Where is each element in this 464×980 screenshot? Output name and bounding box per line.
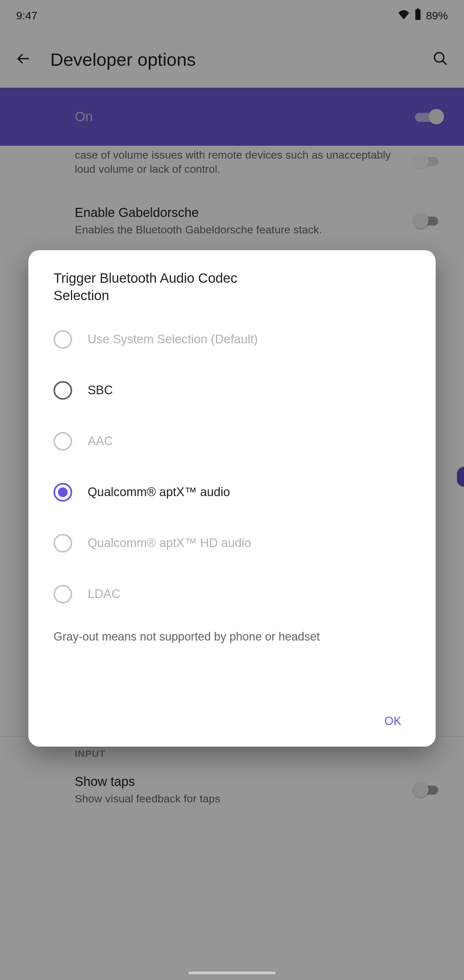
codec-option-label: LDAC xyxy=(87,587,120,601)
radio-icon xyxy=(54,381,72,400)
radio-icon xyxy=(54,330,72,349)
radio-icon xyxy=(54,432,72,451)
dialog-title: Trigger Bluetooth Audio Codec Selection xyxy=(29,269,280,314)
dialog-note: Gray-out means not supported by phone or… xyxy=(29,620,435,647)
codec-option-aac[interactable]: AAC xyxy=(29,416,435,467)
codec-option-aptx[interactable]: Qualcomm® aptX™ audio xyxy=(29,467,435,518)
codec-option-ldac[interactable]: LDAC xyxy=(29,569,435,620)
codec-option-sbc[interactable]: SBC xyxy=(29,365,435,416)
radio-icon xyxy=(54,585,72,603)
codec-option-label: Use System Selection (Default) xyxy=(87,332,258,346)
codec-option-label: Qualcomm® aptX™ HD audio xyxy=(87,536,251,550)
gesture-nav-bar[interactable] xyxy=(0,962,464,980)
radio-icon xyxy=(54,534,72,552)
codec-option-aptx-hd[interactable]: Qualcomm® aptX™ HD audio xyxy=(29,518,435,569)
codec-option-label: AAC xyxy=(87,434,113,448)
radio-icon xyxy=(54,483,72,502)
codec-option-label: SBC xyxy=(87,383,113,397)
codec-option-label: Qualcomm® aptX™ audio xyxy=(87,485,230,499)
ok-button[interactable]: OK xyxy=(375,708,410,734)
nav-pill-icon xyxy=(189,972,275,974)
codec-option-default[interactable]: Use System Selection (Default) xyxy=(29,314,435,365)
codec-selection-dialog: Trigger Bluetooth Audio Codec Selection … xyxy=(29,250,435,747)
